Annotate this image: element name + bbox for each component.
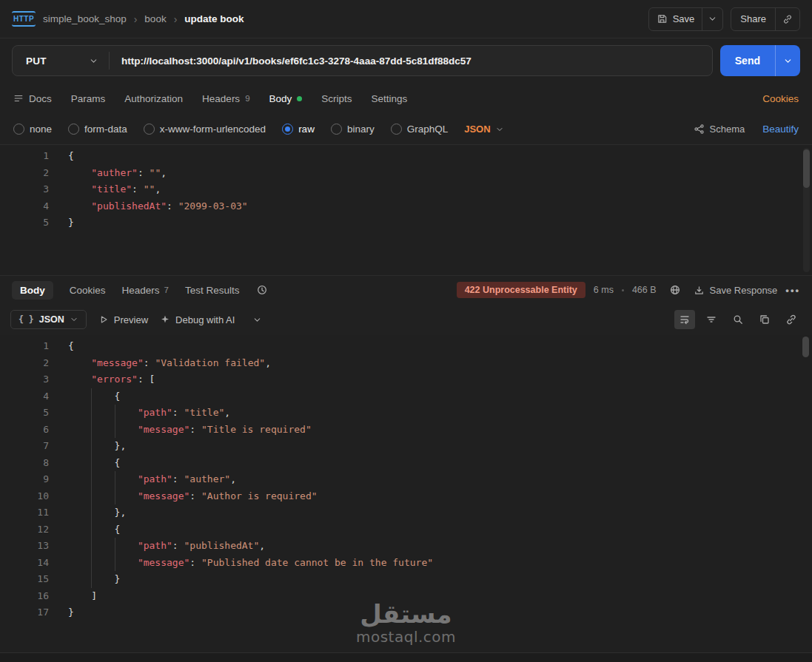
copy-link-button[interactable]: [781, 310, 802, 329]
line-number: 8: [0, 455, 49, 472]
method-selector[interactable]: PUT: [13, 55, 109, 67]
response-toolbar-icons: [674, 310, 802, 329]
tab-label: Headers: [122, 285, 160, 296]
tab-params[interactable]: Params: [71, 93, 106, 104]
request-body-editor[interactable]: 1{2"auther": "",3"title": "",4"published…: [0, 145, 812, 276]
code-line: 9"path": "auther",: [0, 471, 812, 488]
debug-with-ai-button[interactable]: Debug with AI: [160, 314, 235, 325]
code-line: 14"message": "Published date cannot be i…: [0, 555, 812, 572]
send-button[interactable]: Send: [720, 55, 775, 67]
response-history-button[interactable]: [256, 284, 268, 296]
body-mode-none[interactable]: none: [13, 124, 52, 135]
tab-docs[interactable]: Docs: [13, 93, 52, 104]
code-line: 2"auther": "",: [0, 165, 812, 182]
cookies-link[interactable]: Cookies: [762, 93, 799, 104]
radio-label: GraphQL: [407, 124, 449, 135]
line-number: 3: [0, 181, 49, 198]
save-dropdown-button[interactable]: [702, 14, 722, 24]
body-mode-graphql[interactable]: GraphQL: [391, 124, 449, 135]
radio-icon: [68, 124, 79, 135]
share-button[interactable]: Share: [731, 13, 775, 24]
line-number: 13: [0, 538, 49, 555]
response-time: 6 ms: [594, 285, 614, 295]
scrollbar-thumb[interactable]: [802, 337, 809, 357]
window-bottom-edge: [0, 652, 812, 662]
scrollbar-thumb[interactable]: [803, 149, 810, 188]
code-line: 2"message": "Validation failed",: [0, 355, 812, 372]
code-line: 6"message": "Title is required": [0, 422, 812, 439]
save-button-label: Save: [673, 13, 695, 24]
response-headers-count-badge: 7: [164, 286, 169, 294]
response-tab-test-results[interactable]: Test Results: [185, 285, 240, 296]
body-mode-binary[interactable]: binary: [331, 124, 375, 135]
breadcrumb-request-name[interactable]: update book: [184, 13, 244, 24]
tab-settings[interactable]: Settings: [372, 93, 408, 104]
radio-label: raw: [298, 124, 315, 135]
line-number: 5: [0, 215, 49, 232]
line-number: 6: [0, 422, 49, 439]
tab-authorization[interactable]: Authorization: [124, 93, 183, 104]
breadcrumb-separator-icon: ›: [134, 13, 138, 25]
beautify-button[interactable]: Beautify: [762, 124, 799, 135]
send-button-group: Send: [720, 45, 800, 76]
tab-label: Docs: [29, 93, 52, 104]
copy-link-button[interactable]: [776, 14, 799, 24]
save-button[interactable]: Save: [649, 13, 702, 24]
breadcrumb-folder[interactable]: book: [144, 13, 166, 24]
network-info-button[interactable]: [665, 280, 685, 300]
response-tab-body[interactable]: Body: [12, 281, 53, 300]
body-mode-raw[interactable]: raw: [282, 124, 315, 135]
breadcrumb-collection[interactable]: simple_book_shop: [43, 13, 127, 24]
send-dropdown-button[interactable]: [776, 56, 800, 66]
code-line: 5"path": "title",: [0, 405, 812, 422]
response-format-label: JSON: [39, 314, 64, 325]
wrap-text-button[interactable]: [674, 310, 695, 329]
line-number: 12: [0, 521, 49, 538]
code-line: 4"publishedAt": "2099-03-03": [0, 198, 812, 215]
schema-icon: [694, 124, 705, 135]
code-line: 10"message": "Author is required": [0, 488, 812, 505]
response-tab-headers[interactable]: Headers 7: [122, 285, 169, 296]
language-selector[interactable]: JSON: [464, 124, 503, 135]
url-input[interactable]: http://localhost:3000/api/v1/books/ef6fc…: [110, 55, 712, 67]
response-tab-cookies[interactable]: Cookies: [70, 285, 106, 296]
code-line: 8{: [0, 455, 812, 472]
response-format-selector[interactable]: { } JSON: [10, 310, 87, 329]
save-response-button[interactable]: Save Response: [694, 285, 778, 296]
filter-button[interactable]: [701, 310, 722, 329]
schema-button[interactable]: Schema: [694, 124, 745, 135]
tab-headers[interactable]: Headers 9: [202, 93, 249, 104]
response-size: 466 B: [632, 285, 657, 295]
link-icon: [785, 314, 797, 325]
header-actions: Save Share: [648, 7, 800, 31]
tab-body[interactable]: Body: [269, 93, 303, 104]
http-request-icon: HTTP: [12, 11, 36, 27]
radio-label: x-www-form-urlencoded: [160, 124, 266, 135]
viewer-options-button[interactable]: [246, 310, 267, 329]
radio-label: none: [30, 124, 52, 135]
code-line: 13"path": "publishedAt",: [0, 538, 812, 555]
line-number: 14: [0, 555, 49, 572]
code-line: 3"errors": [: [0, 371, 812, 388]
body-mode-form-data[interactable]: form-data: [68, 124, 127, 135]
body-mode-urlencoded[interactable]: x-www-form-urlencoded: [144, 124, 266, 135]
chevron-down-icon: [70, 315, 78, 324]
copy-button[interactable]: [754, 310, 775, 329]
tab-scripts[interactable]: Scripts: [321, 93, 352, 104]
response-meta: 422 Unprocessable Entity 6 ms 466 B Save…: [457, 280, 800, 300]
preview-label: Preview: [114, 314, 148, 325]
history-clock-icon: [256, 284, 268, 296]
radio-label: binary: [347, 124, 375, 135]
save-response-icon: [694, 285, 705, 296]
save-response-label: Save Response: [710, 285, 778, 296]
tab-label: Scripts: [321, 93, 352, 104]
code-line: 1{: [0, 338, 812, 355]
radio-icon: [391, 124, 402, 135]
code-line: 1{: [0, 148, 812, 165]
search-button[interactable]: [728, 310, 748, 329]
language-label: JSON: [464, 124, 490, 135]
status-badge: 422 Unprocessable Entity: [457, 282, 585, 298]
more-options-button[interactable]: •••: [785, 285, 800, 296]
preview-button[interactable]: Preview: [98, 314, 148, 325]
code-line: 3"title": "",: [0, 181, 812, 198]
